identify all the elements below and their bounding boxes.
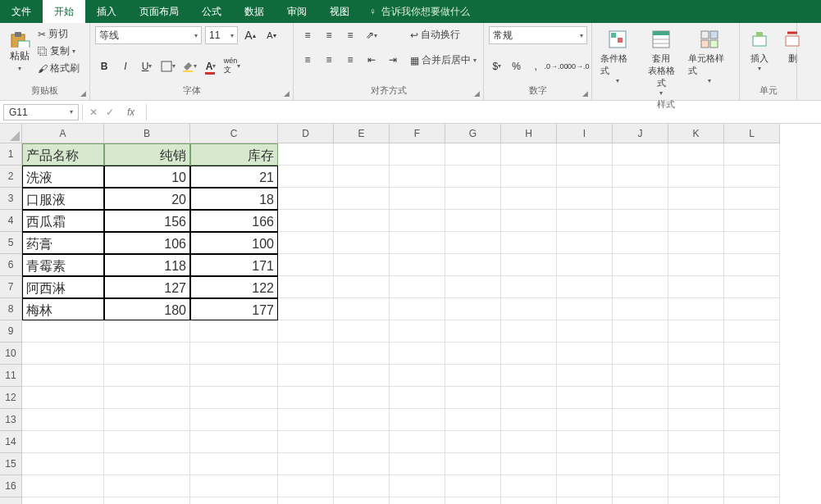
cell[interactable] [334,166,390,188]
cell[interactable] [501,254,557,276]
tab-layout[interactable]: 页面布局 [128,0,190,23]
cell[interactable]: 纯销 [104,143,190,166]
align-bottom-button[interactable]: ≡ [341,26,359,44]
cell[interactable] [445,409,501,431]
cell[interactable]: 产品名称 [22,143,104,166]
cell[interactable] [724,276,780,298]
cell[interactable] [668,166,724,188]
underline-button[interactable]: U▾ [138,57,156,75]
cell[interactable] [334,497,390,504]
cell[interactable] [22,453,104,475]
cell[interactable] [22,365,104,387]
cell[interactable] [390,188,445,210]
cell[interactable]: 药膏 [22,232,104,254]
cell[interactable] [390,210,445,232]
tell-me[interactable]: ♀ 告诉我你想要做什么 [361,0,478,23]
cell[interactable] [278,143,334,166]
col-header[interactable]: E [334,124,390,143]
enter-icon[interactable]: ✓ [106,107,114,118]
cell[interactable] [445,188,501,210]
cell[interactable] [501,365,557,387]
cell[interactable] [501,276,557,298]
cell[interactable]: 106 [104,232,190,254]
cell[interactable] [724,475,780,497]
phonetic-button[interactable]: wén文▾ [223,57,241,75]
cell[interactable] [445,298,501,320]
row-header[interactable]: 11 [0,365,22,387]
cell[interactable]: 100 [190,232,278,254]
cell[interactable] [445,320,501,343]
cell[interactable] [501,409,557,431]
tab-insert[interactable]: 插入 [85,0,128,23]
cell[interactable] [334,232,390,254]
cell[interactable] [104,431,190,453]
cell[interactable] [190,387,278,409]
cell[interactable] [724,453,780,475]
cell[interactable] [334,409,390,431]
cell[interactable] [557,365,613,387]
conditional-format-button[interactable]: 条件格式▾ [597,26,638,84]
row-header[interactable]: 13 [0,409,22,431]
painter-button[interactable]: 🖌格式刷 [38,61,80,76]
cell[interactable] [557,497,613,504]
cell[interactable] [668,365,724,387]
cell[interactable] [668,232,724,254]
cell[interactable]: 10 [104,166,190,188]
align-center-button[interactable]: ≡ [320,51,338,69]
cell[interactable] [613,276,668,298]
col-header[interactable]: A [22,124,104,143]
cell[interactable] [445,365,501,387]
tab-formula[interactable]: 公式 [190,0,233,23]
cell[interactable] [613,254,668,276]
col-header[interactable]: C [190,124,278,143]
cell[interactable] [278,343,334,365]
font-name-combo[interactable]: 等线▾ [95,26,202,44]
cell[interactable] [334,320,390,343]
cell[interactable] [445,387,501,409]
cell[interactable] [668,409,724,431]
cell[interactable]: 21 [190,166,278,188]
row-header[interactable]: 16 [0,475,22,497]
cell[interactable] [613,210,668,232]
col-header[interactable]: F [390,124,445,143]
cell[interactable] [104,475,190,497]
cell[interactable] [390,320,445,343]
cell[interactable] [104,343,190,365]
col-header[interactable]: B [104,124,190,143]
cell[interactable] [557,232,613,254]
indent-decrease-button[interactable]: ⇤ [363,51,381,69]
tab-home[interactable]: 开始 [43,0,85,23]
cell[interactable] [390,365,445,387]
cell[interactable] [501,475,557,497]
cell[interactable] [278,188,334,210]
row-header[interactable]: 5 [0,232,22,254]
cell[interactable] [613,387,668,409]
cell[interactable] [445,254,501,276]
cell[interactable] [445,453,501,475]
cell[interactable]: 180 [104,298,190,320]
cell[interactable]: 口服液 [22,188,104,210]
cell[interactable] [390,298,445,320]
cell[interactable] [390,343,445,365]
border-button[interactable]: ▾ [159,57,177,75]
cell[interactable] [22,475,104,497]
cell[interactable] [22,497,104,504]
cell[interactable] [613,166,668,188]
cell[interactable] [278,475,334,497]
format-table-button[interactable]: 套用 表格格式▾ [641,26,682,97]
merge-center-button[interactable]: ▦合并后居中▾ [410,52,477,68]
align-middle-button[interactable]: ≡ [320,26,338,44]
increase-decimal-button[interactable]: .0→.00 [547,57,565,75]
cell[interactable] [724,166,780,188]
cell[interactable] [278,166,334,188]
cell[interactable] [557,475,613,497]
insert-cells-button[interactable]: 插入▾ [745,26,774,72]
cell[interactable] [104,365,190,387]
cell[interactable] [190,497,278,504]
cell[interactable] [613,320,668,343]
cell[interactable] [278,409,334,431]
cell[interactable]: 洗液 [22,166,104,188]
cell[interactable] [724,210,780,232]
cell[interactable] [613,188,668,210]
cell[interactable]: 166 [190,210,278,232]
